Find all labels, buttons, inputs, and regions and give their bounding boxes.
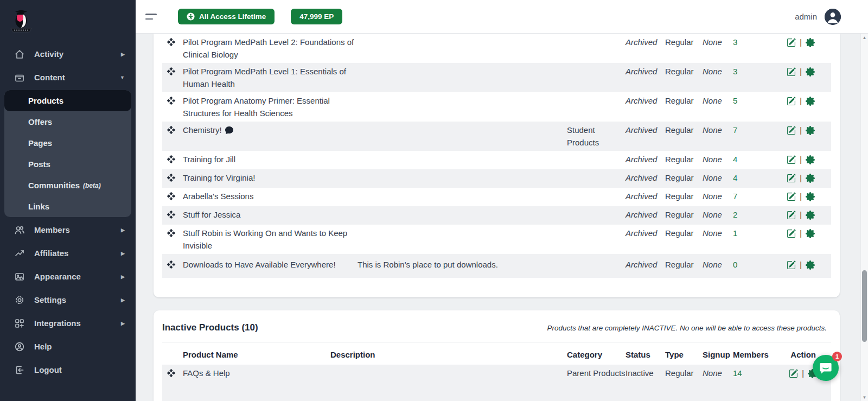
action-separator: | xyxy=(800,36,802,49)
sidebar-item-links[interactable]: Links xyxy=(4,196,131,217)
sidebar-item-communities[interactable]: Communities (beta) xyxy=(4,175,131,196)
sidebar-item-label: Offers xyxy=(28,117,52,126)
user-avatar[interactable] xyxy=(825,9,841,25)
inactive-products-card: Inactive Products (10) Products that are… xyxy=(154,310,840,401)
action-separator: | xyxy=(800,227,802,240)
table-row: Stuff Robin is Working On and Wants to K… xyxy=(162,225,831,254)
scroll-down-arrow-icon[interactable]: ▼ xyxy=(861,393,868,401)
username-label: admin xyxy=(795,12,817,21)
row-actions: | xyxy=(785,94,831,107)
product-type: Regular xyxy=(665,65,703,78)
edit-icon[interactable] xyxy=(787,211,796,220)
drag-handle-icon[interactable] xyxy=(162,36,183,50)
edit-icon[interactable] xyxy=(787,126,796,135)
action-separator: | xyxy=(800,95,802,107)
sidebar-item-posts[interactable]: Posts xyxy=(4,154,131,175)
settings-icon[interactable] xyxy=(806,211,815,220)
member-count-link[interactable]: 7 xyxy=(733,190,785,202)
chevron-right-icon: ▶ xyxy=(121,274,125,279)
member-count-link[interactable]: 14 xyxy=(733,367,785,379)
column-header-type: Type xyxy=(665,350,703,359)
main-content: Pilot Program MedPath Level 2: Foundatio… xyxy=(136,34,860,401)
edit-icon[interactable] xyxy=(787,192,796,201)
product-signup: None xyxy=(703,227,733,239)
drag-handle-icon[interactable] xyxy=(162,208,183,222)
edit-icon[interactable] xyxy=(787,174,796,183)
product-signup: None xyxy=(703,65,733,78)
drag-handle-icon[interactable] xyxy=(162,124,183,138)
edit-icon[interactable] xyxy=(787,67,796,77)
sidebar-item-appearance[interactable]: Appearance ▶ xyxy=(0,265,136,288)
settings-icon[interactable] xyxy=(806,229,815,238)
comment-bubble-icon[interactable] xyxy=(225,126,233,134)
vertical-scrollbar[interactable]: ▲ ▼ xyxy=(860,34,868,401)
product-signup: None xyxy=(703,36,733,48)
sidebar-item-logout[interactable]: Logout xyxy=(0,358,136,381)
drag-handle-icon[interactable] xyxy=(162,153,183,167)
sidebar-item-members[interactable]: Members ▶ xyxy=(0,218,136,241)
edit-icon[interactable] xyxy=(787,155,796,164)
sidebar-item-products[interactable]: Products xyxy=(4,90,131,111)
product-status: Archived xyxy=(626,65,665,78)
drag-handle-icon[interactable] xyxy=(162,190,183,204)
drag-handle-icon[interactable] xyxy=(162,94,183,109)
member-count-link[interactable]: 4 xyxy=(733,153,785,166)
table-row: Training for Jill Archived Regular None … xyxy=(162,151,831,169)
settings-icon[interactable] xyxy=(806,97,815,106)
ep-points-badge[interactable]: 47,999 EP xyxy=(291,9,342,24)
member-count-link[interactable]: 3 xyxy=(733,36,785,48)
settings-icon[interactable] xyxy=(806,192,815,201)
settings-icon[interactable] xyxy=(806,260,815,270)
member-count-link[interactable]: 2 xyxy=(733,208,785,221)
drag-handle-icon[interactable] xyxy=(162,171,183,186)
chat-bubble-icon xyxy=(819,361,833,375)
menu-toggle-icon[interactable] xyxy=(145,14,158,20)
member-count-link[interactable]: 5 xyxy=(733,94,785,107)
drag-handle-icon[interactable] xyxy=(162,227,183,241)
sidebar-item-activity[interactable]: Activity ▶ xyxy=(0,42,136,66)
sidebar-item-label: Affiliates xyxy=(34,249,68,258)
member-count-link[interactable]: 0 xyxy=(733,258,785,271)
settings-icon[interactable] xyxy=(806,67,815,77)
logo[interactable] xyxy=(0,0,136,42)
settings-icon[interactable] xyxy=(806,155,815,164)
all-access-badge[interactable]: All Access Lifetime xyxy=(178,9,275,24)
product-signup: None xyxy=(703,171,733,184)
person-icon xyxy=(825,9,841,25)
member-count-link[interactable]: 1 xyxy=(733,227,785,239)
edit-icon[interactable] xyxy=(787,260,796,270)
sidebar-item-content[interactable]: Content ▼ xyxy=(0,66,136,89)
scroll-up-arrow-icon[interactable]: ▲ xyxy=(861,34,868,41)
sidebar-item-offers[interactable]: Offers xyxy=(4,111,131,132)
edit-icon[interactable] xyxy=(787,38,796,47)
product-description: This is Robin's place to put downloads. xyxy=(358,258,567,271)
sidebar-item-settings[interactable]: Settings ▶ xyxy=(0,288,136,311)
edit-icon[interactable] xyxy=(787,97,796,106)
drag-handle-icon[interactable] xyxy=(162,367,183,381)
edit-icon[interactable] xyxy=(787,229,796,238)
settings-icon[interactable] xyxy=(806,38,815,47)
drag-handle-icon[interactable] xyxy=(162,65,183,79)
archived-products-card: Pilot Program MedPath Level 2: Foundatio… xyxy=(154,34,840,297)
row-actions: | xyxy=(785,65,831,78)
action-separator: | xyxy=(800,259,802,271)
product-name: Chemistry! xyxy=(183,124,358,136)
sidebar-item-integrations[interactable]: Integrations ▶ xyxy=(0,311,136,335)
scrollbar-thumb[interactable] xyxy=(862,270,867,342)
product-category: Parent Products xyxy=(567,367,626,379)
product-status: Archived xyxy=(626,258,665,271)
column-header-signup: Signup xyxy=(703,350,733,359)
product-type: Regular xyxy=(665,124,703,136)
edit-icon[interactable] xyxy=(789,369,798,378)
product-name: Downloads to Have Available Everywhere! xyxy=(183,258,358,271)
member-count-link[interactable]: 3 xyxy=(733,65,785,78)
drag-handle-icon[interactable] xyxy=(162,258,183,272)
sidebar-item-pages[interactable]: Pages xyxy=(4,132,131,154)
sidebar-item-help[interactable]: Help xyxy=(0,335,136,358)
member-count-link[interactable]: 7 xyxy=(733,124,785,136)
settings-icon[interactable] xyxy=(806,174,815,183)
sidebar-item-affiliates[interactable]: Affiliates ▶ xyxy=(0,241,136,265)
chat-unread-badge[interactable]: 1 xyxy=(832,352,842,361)
settings-icon[interactable] xyxy=(806,126,815,135)
member-count-link[interactable]: 4 xyxy=(733,171,785,184)
